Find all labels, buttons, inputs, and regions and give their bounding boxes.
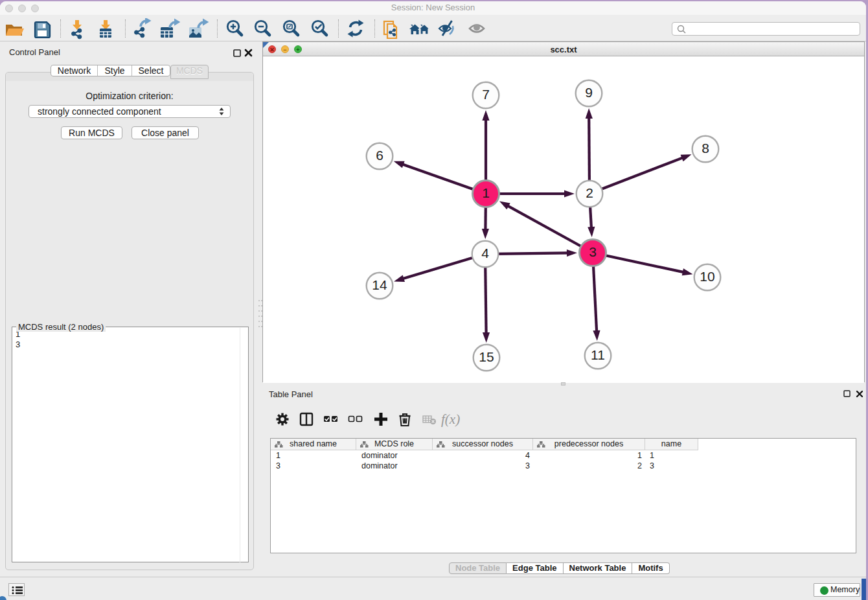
svg-text:14: 14 — [372, 277, 387, 292]
svg-text:2: 2 — [586, 185, 593, 200]
svg-text:9: 9 — [585, 85, 593, 100]
svg-text:10: 10 — [700, 269, 714, 284]
svg-text:8: 8 — [702, 141, 709, 156]
svg-text:15: 15 — [479, 349, 494, 364]
svg-text:11: 11 — [591, 347, 605, 362]
svg-text:6: 6 — [376, 148, 383, 163]
svg-text:1: 1 — [482, 185, 490, 200]
svg-text:3: 3 — [589, 244, 597, 259]
svg-text:7: 7 — [482, 87, 490, 102]
svg-text:4: 4 — [481, 246, 489, 260]
svg-text:f(x): f(x) — [441, 411, 460, 427]
